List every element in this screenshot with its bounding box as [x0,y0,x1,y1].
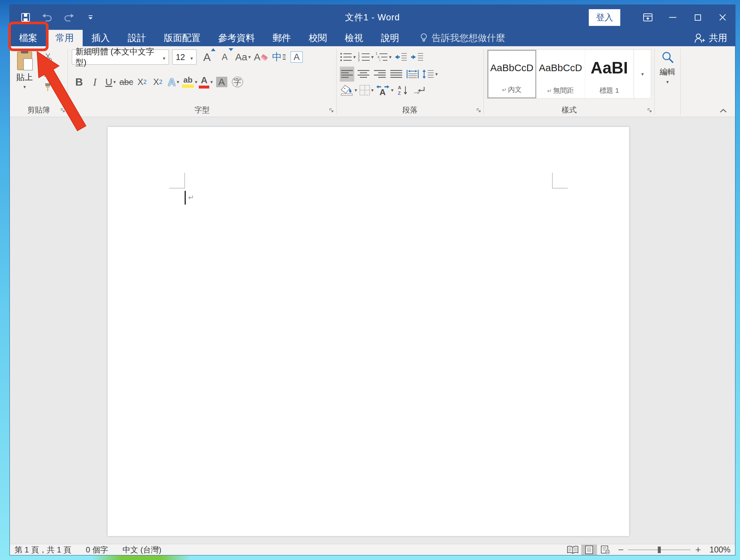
linked-style-mark: ↵ [547,88,552,94]
web-layout-button[interactable] [597,545,614,555]
paragraph-mark: ↵ [188,194,194,202]
asian-layout-button[interactable]: A [376,84,394,97]
read-mode-button[interactable] [565,545,580,555]
grow-font-button[interactable]: A [200,49,214,65]
subscript-button[interactable]: X2 [135,75,149,90]
language-status[interactable]: 中文 (台灣) [122,545,161,555]
page-number-status[interactable]: 第 1 頁，共 1 頁 [14,545,71,555]
increase-indent-button[interactable] [410,49,425,65]
style-heading1[interactable]: AaBI 標題 1 [585,50,634,98]
shrink-font-button[interactable]: A [217,49,232,65]
tab-home[interactable]: 常用 [47,30,83,46]
text-highlight-button[interactable]: ab [182,75,197,90]
maximize-button[interactable] [685,5,710,30]
document-page[interactable]: ↵ [108,127,629,536]
cut-button[interactable] [39,51,57,63]
tab-file[interactable]: 檔案 [10,30,47,46]
italic-glyph: I [93,77,97,87]
character-border-button[interactable]: A [289,49,304,65]
copy-button[interactable] [39,66,57,78]
sign-in-button[interactable]: 登入 [589,9,620,26]
customize-qat-button[interactable] [85,11,96,23]
floppy-save-icon [21,13,30,22]
paste-button[interactable]: 貼上 [10,49,39,93]
numbering-button[interactable]: 123 [358,49,374,65]
format-painter-button[interactable] [39,81,57,93]
clipboard-dialog-launcher[interactable] [60,108,65,114]
tab-design[interactable]: 設計 [119,30,155,46]
underline-button[interactable]: U [103,75,118,90]
editing-button[interactable]: 編輯 [660,49,675,85]
font-size-combo[interactable]: 12 [172,49,196,65]
distribute-button[interactable] [405,67,420,82]
style-normal[interactable]: AaBbCcD ↵內文 [487,50,536,98]
clear-formatting-button[interactable]: A [254,49,268,65]
font-group: 新細明體 (本文中文字型) 12 A A Aa A 中 A [68,46,336,117]
change-case-button[interactable]: Aa [235,49,251,65]
font-dialog-launcher[interactable] [329,108,334,114]
minimize-button[interactable] [660,5,685,30]
character-shading-button[interactable]: A [214,75,229,90]
tab-references[interactable]: 參考資料 [209,30,264,46]
decrease-indent-icon [394,52,407,62]
italic-button[interactable]: I [88,75,102,90]
clipboard-paste-icon [15,50,34,71]
zoom-out-button[interactable]: − [618,545,624,555]
save-button[interactable] [20,11,31,23]
dialog-launcher-icon [647,108,652,113]
multilevel-list-button[interactable]: 1ai [376,49,392,65]
share-button[interactable]: 共用 [694,30,727,46]
zoom-slider-thumb[interactable] [658,547,661,553]
sort-button[interactable]: AZ [395,84,410,97]
justify-button[interactable] [389,67,403,82]
styles-dialog-launcher[interactable] [647,108,652,114]
scissors-cut-icon [43,52,52,62]
paragraph-dialog-launcher[interactable] [476,108,481,114]
read-mode-icon [567,546,579,554]
superscript-button[interactable]: X2 [151,75,165,90]
close-button[interactable] [710,5,735,30]
word-count-status[interactable]: 0 個字 [86,545,108,555]
tell-me-box[interactable]: 告訴我您想做什麼 [420,30,505,46]
linked-style-mark: ↵ [502,87,506,93]
collapse-ribbon-button[interactable] [719,109,727,114]
zoom-slider[interactable] [628,546,690,553]
style-preview: AaBbCcD [488,51,535,85]
undo-icon [42,13,53,22]
minimize-icon [669,17,676,18]
align-left-button[interactable] [340,67,354,82]
tab-mailings[interactable]: 郵件 [264,30,300,46]
bold-button[interactable]: B [72,75,86,90]
show-marks-button[interactable] [412,84,427,97]
text-effects-button[interactable]: A [166,75,181,90]
align-right-button[interactable] [373,67,387,82]
phonetic-guide-button[interactable]: 中 [272,49,286,65]
shading-button[interactable] [340,84,357,97]
borders-button[interactable] [359,84,374,97]
shrink-font-glyph: A [222,53,227,62]
line-spacing-button[interactable] [422,67,438,82]
decrease-indent-button[interactable] [394,49,408,65]
tab-view[interactable]: 檢視 [336,30,372,46]
tab-insert[interactable]: 插入 [83,30,119,46]
styles-more-button[interactable] [634,50,651,98]
highlight-glyph: ab [183,76,193,84]
undo-button[interactable] [41,11,53,23]
zoom-level[interactable]: 100% [706,545,731,554]
tab-help[interactable]: 說明 [372,30,408,46]
ribbon-display-options-button[interactable] [635,5,660,30]
print-layout-button[interactable] [581,545,597,555]
font-color-button[interactable]: A [199,75,213,90]
tab-review[interactable]: 校閱 [300,30,336,46]
bullets-button[interactable] [340,49,356,65]
font-name-combo[interactable]: 新細明體 (本文中文字型) [72,49,169,65]
align-center-button[interactable] [356,67,371,82]
document-area[interactable]: ↵ [10,117,735,544]
enclose-characters-button[interactable]: 字 [230,75,245,90]
style-no-spacing[interactable]: AaBbCcD ↵無間距 [536,50,585,98]
tab-layout[interactable]: 版面配置 [155,30,209,46]
strikethrough-button[interactable]: abc [119,75,133,90]
zoom-in-button[interactable]: + [695,545,701,555]
phonetic-glyph: 中 [272,50,282,64]
redo-button[interactable] [63,11,75,23]
